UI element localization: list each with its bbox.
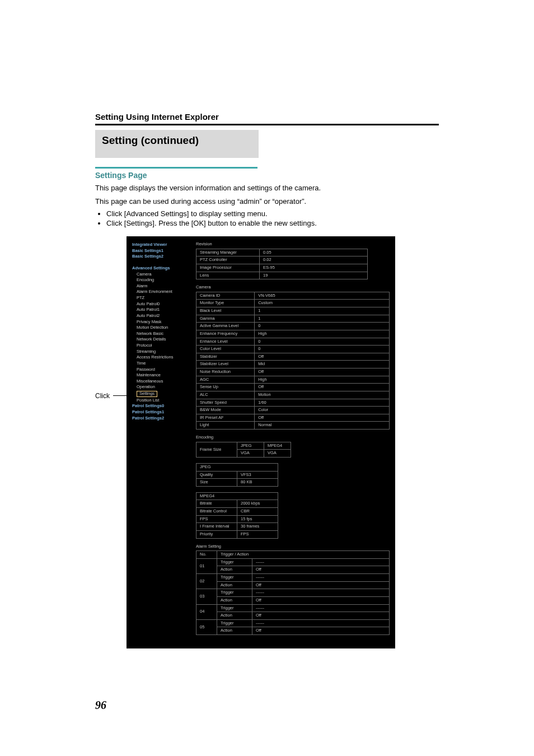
sidebar-item[interactable]: Patrol Settings2 (132, 416, 188, 422)
panel-title: Camera (196, 285, 390, 290)
subheading: Settings Page (95, 171, 439, 180)
settings-sidebar: Integrated Viewer Basic Settings1 Basic … (132, 242, 188, 641)
table-row: Camera IDVN-V685 (196, 292, 390, 300)
table-row: Shutter Speed1/60 (196, 399, 390, 407)
bullet-list: Click [Advanced Settings] to display set… (99, 209, 439, 227)
table-row: B&W ModeColor (196, 407, 390, 414)
sidebar-item[interactable]: Time (137, 361, 188, 367)
section-header: Setting Using Internet Explorer (95, 112, 439, 122)
encoding-frame-table: Frame Size JPEG MPEG4 VGA VGA (196, 442, 291, 458)
paragraph: This page can be used during access usin… (95, 197, 439, 207)
table-row: Image ProcessorES-95 (196, 264, 368, 272)
bullet-item: Click [Advanced Settings] to display set… (106, 209, 439, 218)
table-row: Noise ReductionOff (196, 368, 390, 376)
sidebar-item[interactable]: Position List (137, 398, 188, 404)
table-row: ActionOff (196, 581, 390, 589)
table-row: Sense UpOff (196, 384, 390, 391)
sidebar-item[interactable]: Auto Patrol2 (137, 313, 188, 319)
table-row: No. Trigger / Action (196, 551, 390, 559)
table-row: ActionOff (196, 566, 390, 574)
embedded-screenshot: Integrated Viewer Basic Settings1 Basic … (127, 236, 395, 648)
table-row: 01Trigger------ (196, 558, 390, 566)
sidebar-item[interactable]: Miscellaneous (137, 379, 188, 385)
callout-line (113, 395, 128, 396)
table-row: 03Trigger------ (196, 589, 390, 597)
table-row: Gamma1 (196, 315, 390, 323)
table-row: ALCMotion (196, 391, 390, 399)
table-row: PriorityFPS (196, 530, 278, 538)
sidebar-item[interactable]: Basic Settings2 (132, 254, 188, 260)
table-row: ActionOff (196, 612, 390, 620)
table-row: 02Trigger------ (196, 574, 390, 582)
sidebar-item[interactable]: Network Details (137, 337, 188, 343)
camera-table: Camera IDVN-V685 Monitor TypeCustom Blac… (196, 292, 390, 430)
sidebar-item-selected[interactable]: Settings (137, 391, 157, 397)
table-row: FPS15 fps (196, 515, 278, 523)
block-title-container: Setting (continued) (95, 130, 259, 158)
table-row: ActionOff (196, 596, 390, 604)
table-row: AGCHigh (196, 376, 390, 384)
horizontal-rule (95, 124, 439, 125)
sidebar-item[interactable]: Network Basic (137, 331, 188, 337)
sidebar-heading[interactable]: Advanced Settings (132, 265, 188, 272)
sidebar-item[interactable]: Patrol Settings1 (132, 409, 188, 416)
jpeg-table: JPEG QualityVFS3 Size80 KB (196, 463, 278, 487)
sidebar-item[interactable]: Maintenance (137, 372, 188, 379)
table-row: QualityVFS3 (196, 471, 278, 479)
table-row: Size80 KB (196, 479, 278, 487)
sidebar-item[interactable]: Motion Detection (137, 325, 188, 331)
table-row: LightNormal (196, 422, 390, 430)
sidebar-item[interactable]: Alarm (137, 283, 188, 290)
panel-title: Encoding (196, 435, 390, 440)
revision-table: Streaming Manager0.05 PTZ Controller0.02… (196, 249, 368, 280)
sidebar-item[interactable]: Alarm Environment (137, 289, 188, 295)
sidebar-item[interactable]: Protocol (137, 343, 188, 349)
sidebar-item[interactable]: Patrol Settings0 (132, 403, 188, 409)
panel-title: JPEG (196, 463, 278, 471)
table-row: Bitrate2000 kbps (196, 500, 278, 508)
sidebar-item[interactable]: Streaming (137, 349, 188, 355)
table-row: Monitor TypeCustom (196, 300, 390, 307)
sidebar-item[interactable]: Auto Patrol1 (137, 307, 188, 313)
panel-title: Alarm Setting (196, 544, 390, 549)
mpeg-table: MPEG4 Bitrate2000 kbps Bitrate ControlCB… (196, 492, 278, 539)
sidebar-item[interactable]: Access Restrictions (137, 354, 188, 361)
table-row: I Frame Interval30 frames (196, 523, 278, 531)
table-row: Black Level1 (196, 307, 390, 315)
sidebar-item[interactable]: Camera (137, 272, 188, 278)
bullet-item: Click [Settings]. Press the [OK] button … (106, 219, 439, 227)
table-row: Active Gamma Level0 (196, 323, 390, 330)
callout-label: Click (95, 392, 110, 400)
table-row: PTZ Controller0.02 (196, 256, 368, 264)
sidebar-item[interactable]: PTZ (137, 295, 188, 301)
table-row: Color Level0 (196, 346, 390, 353)
table-row: StabilizerOff (196, 353, 390, 361)
table-row: Frame Size JPEG MPEG4 (196, 442, 291, 450)
table-row: IR Preset AFOff (196, 414, 390, 422)
sidebar-item[interactable]: Basic Settings1 (132, 248, 188, 254)
sidebar-item[interactable]: Password (137, 367, 188, 373)
block-title: Setting (continued) (102, 134, 199, 146)
alarm-table: No. Trigger / Action 01Trigger------ Act… (196, 550, 390, 635)
table-row: ActionOff (196, 627, 390, 635)
page-number: 96 (95, 699, 439, 712)
table-row: 05Trigger------ (196, 619, 390, 627)
table-row: 04Trigger------ (196, 604, 390, 612)
accent-bar (95, 167, 257, 169)
sidebar-item[interactable]: Encoding (137, 277, 188, 283)
table-row: Streaming Manager0.05 (196, 249, 368, 256)
table-row: Bitrate ControlCBR (196, 508, 278, 516)
table-row: Lens19 (196, 272, 368, 279)
sidebar-item[interactable]: Integrated Viewer (132, 242, 188, 248)
paragraph: This page displays the version informati… (95, 183, 439, 193)
table-row: Stabilizer LevelMid (196, 361, 390, 368)
table-row: Enhance FrequencyHigh (196, 330, 390, 338)
sidebar-item[interactable]: Operation (137, 384, 188, 390)
panel-title: MPEG4 (196, 492, 278, 500)
sidebar-item[interactable]: Auto Patrol0 (137, 301, 188, 307)
settings-content: Revision Streaming Manager0.05 PTZ Contr… (196, 242, 390, 641)
sidebar-item[interactable]: Privacy Mask (137, 319, 188, 325)
panel-title: Revision (196, 242, 390, 247)
table-row: Enhance Level0 (196, 338, 390, 346)
